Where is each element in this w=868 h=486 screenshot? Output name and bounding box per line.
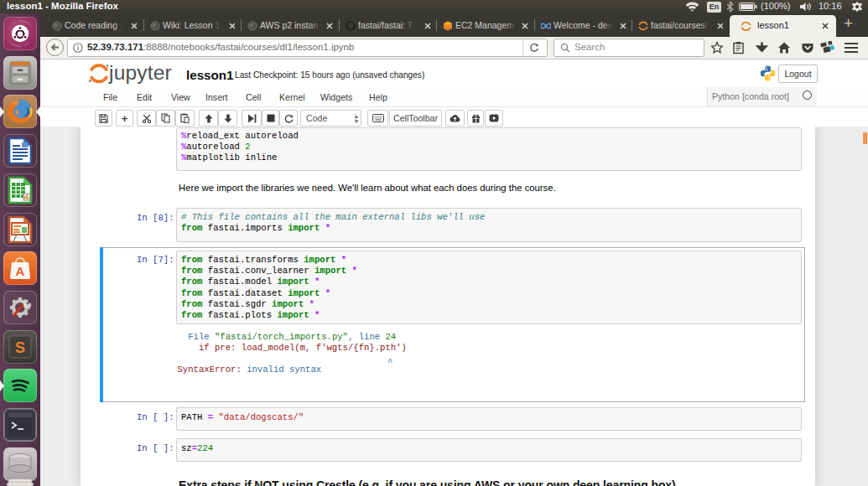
svg-text:S: S bbox=[15, 339, 25, 356]
svg-text:A: A bbox=[16, 264, 25, 278]
